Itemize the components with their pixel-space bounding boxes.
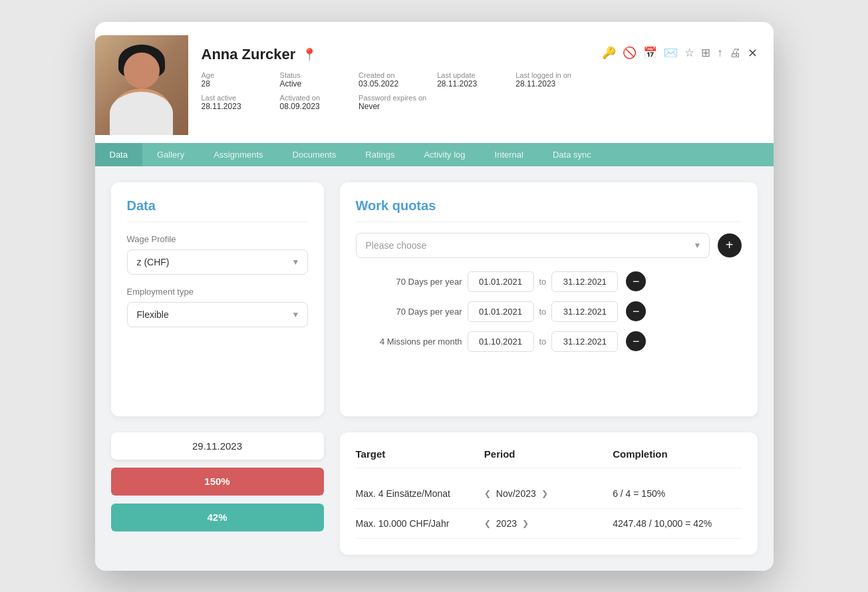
quota-label-1: 70 Days per year [356, 277, 462, 287]
period-value-2: 2023 [496, 518, 517, 529]
tab-data[interactable]: Data [95, 143, 142, 166]
progress-bar-1-container: 150% [111, 468, 324, 496]
period-next-2[interactable]: ❯ [522, 519, 529, 528]
meta-last-active: Last active 28.11.2023 [202, 94, 261, 111]
meta-created: Created on 03.05.2022 [359, 71, 418, 88]
remove-quota-1[interactable]: − [626, 271, 646, 291]
quota-to-3[interactable] [551, 331, 618, 352]
tab-assignments[interactable]: Assignments [199, 143, 277, 166]
key-icon[interactable]: 🔑 [602, 46, 616, 60]
location-icon[interactable]: 📍 [302, 47, 317, 62]
star-icon[interactable]: ☆ [684, 46, 694, 60]
targets-col-completion: Completion [613, 448, 741, 460]
employment-type-label: Employment type [127, 287, 308, 297]
data-panel-title: Data [127, 198, 308, 222]
main-modal: Anna Zurcker 📍 Age 28 Status Active Crea… [95, 22, 774, 571]
wage-profile-select[interactable]: z (CHF) [127, 249, 308, 275]
targets-panel: Target Period Completion Max. 4 Einsätze… [340, 432, 758, 555]
work-quotas-panel: Work quotas Please choose ▼ + 70 Days pe… [340, 182, 758, 416]
meta-age: Age 28 [202, 71, 261, 88]
tab-documents[interactable]: Documents [278, 143, 351, 166]
quota-label-3: 4 Missions per month [356, 337, 462, 347]
target-name-2: Max. 10.000 CHF/Jahr [356, 518, 484, 529]
targets-row-1: Max. 4 Einsätze/Monat ❮ Nov/2023 ❯ 6 / 4… [356, 479, 742, 509]
avatar [95, 35, 188, 135]
tab-data-sync[interactable]: Data sync [538, 143, 606, 166]
quota-add-row: Please choose ▼ + [356, 233, 742, 258]
period-cell-1: ❮ Nov/2023 ❯ [484, 488, 613, 499]
completion-1: 6 / 4 = 150% [613, 488, 741, 499]
quota-row: 70 Days per year to − [356, 271, 742, 292]
bottom-section: 29.11.2023 150% 42% Target Period Comple… [95, 432, 774, 571]
to-label-1: to [539, 277, 547, 287]
mail-icon[interactable]: ✉️ [664, 46, 678, 60]
progress-bar-teal: 42% [111, 504, 324, 531]
quota-row: 4 Missions per month to − [356, 331, 742, 352]
targets-table: Target Period Completion Max. 4 Einsätze… [356, 448, 742, 539]
to-label-2: to [539, 307, 547, 317]
period-next-1[interactable]: ❯ [541, 489, 548, 498]
quota-select[interactable]: Please choose [356, 233, 710, 258]
employment-type-wrapper: Flexible ▼ [127, 302, 308, 327]
quota-from-3[interactable] [468, 331, 534, 352]
quota-to-2[interactable] [551, 301, 618, 322]
to-label-3: to [539, 337, 547, 347]
quota-from-1[interactable] [468, 271, 534, 292]
targets-col-target: Target [356, 448, 484, 460]
header-info: Anna Zurcker 📍 Age 28 Status Active Crea… [188, 35, 603, 111]
targets-col-period: Period [484, 448, 613, 460]
quota-row: 70 Days per year to − [356, 301, 742, 322]
block-icon[interactable]: 🚫 [623, 46, 637, 60]
period-prev-2[interactable]: ❮ [484, 519, 491, 528]
target-name-1: Max. 4 Einsätze/Monat [356, 488, 484, 499]
progress-bar-red: 150% [111, 468, 324, 496]
work-quotas-title: Work quotas [356, 198, 742, 222]
employment-type-select[interactable]: Flexible [127, 302, 308, 327]
targets-row-2: Max. 10.000 CHF/Jahr ❮ 2023 ❯ 4247.48 / … [356, 509, 742, 539]
meta-password: Password expires on Never [359, 94, 591, 111]
header-actions: 🔑 🚫 📅 ✉️ ☆ ⊞ ↑ 🖨 ✕ [602, 35, 758, 61]
meta-status: Status Active [280, 71, 341, 88]
meta-last-logged: Last logged in on 28.11.2023 [515, 71, 591, 88]
quota-from-2[interactable] [468, 301, 534, 322]
period-prev-1[interactable]: ❮ [484, 489, 491, 498]
period-cell-2: ❮ 2023 ❯ [484, 518, 613, 529]
grid-icon[interactable]: ⊞ [701, 46, 710, 60]
user-name: Anna Zurcker [202, 46, 296, 63]
remove-quota-3[interactable]: − [626, 331, 646, 351]
wage-profile-label: Wage Profile [127, 234, 308, 244]
tab-gallery[interactable]: Gallery [142, 143, 199, 166]
print-icon[interactable]: 🖨 [730, 47, 741, 60]
add-quota-button[interactable]: + [718, 233, 742, 257]
nav-tabs: Data Gallery Assignments Documents Ratin… [95, 143, 774, 166]
meta-last-update: Last update 28.11.2023 [437, 71, 497, 88]
tab-activity-log[interactable]: Activity log [409, 143, 480, 166]
quota-label-2: 70 Days per year [356, 307, 462, 317]
tab-internal[interactable]: Internal [480, 143, 538, 166]
calendar-icon[interactable]: 📅 [643, 46, 657, 60]
progress-bar-2-container: 42% [111, 504, 324, 531]
completion-2: 4247.48 / 10,000 = 42% [613, 518, 741, 529]
close-button[interactable]: ✕ [748, 46, 758, 61]
header-meta: Age 28 Status Active Created on 03.05.20… [202, 71, 592, 111]
date-badge: 29.11.2023 [111, 432, 324, 460]
data-panel: Data Wage Profile z (CHF) ▼ Employment t… [111, 182, 324, 416]
remove-quota-2[interactable]: − [626, 301, 646, 321]
main-content: Data Wage Profile z (CHF) ▼ Employment t… [95, 166, 774, 432]
wage-profile-wrapper: z (CHF) ▼ [127, 249, 308, 275]
left-bottom: 29.11.2023 150% 42% [111, 432, 324, 555]
quota-select-wrapper: Please choose ▼ [356, 233, 710, 258]
name-row: Anna Zurcker 📍 [202, 46, 592, 63]
period-value-1: Nov/2023 [496, 488, 536, 499]
export-icon[interactable]: ↑ [717, 47, 723, 60]
tab-ratings[interactable]: Ratings [351, 143, 409, 166]
meta-activated: Activated on 08.09.2023 [280, 94, 341, 111]
targets-header: Target Period Completion [356, 448, 742, 468]
quota-to-1[interactable] [551, 271, 618, 292]
modal-header: Anna Zurcker 📍 Age 28 Status Active Crea… [95, 22, 774, 135]
